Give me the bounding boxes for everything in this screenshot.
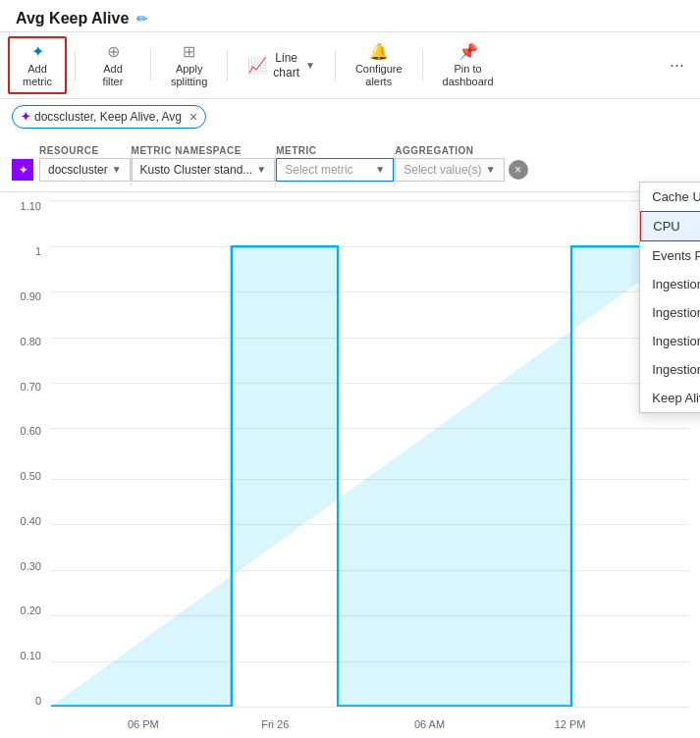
metric-label: METRIC: [276, 145, 394, 156]
metric-selector-row: ✦ RESOURCE docscluster ▼ METRIC NAMESPAC…: [0, 134, 700, 192]
row-close-button[interactable]: ×: [509, 160, 528, 180]
y-label-060: 0.60: [21, 425, 41, 437]
row-icon: ✦: [12, 159, 33, 181]
aggregation-placeholder: Select value(s): [404, 163, 481, 177]
y-label-070: 0.70: [21, 381, 41, 393]
namespace-selector[interactable]: Kusto Cluster stand... ▼: [132, 158, 276, 182]
page-header: Avg Keep Alive ✏: [0, 0, 700, 31]
toolbar-separator-2: [150, 50, 151, 81]
filter-tag-text: docscluster, Keep Alive, Avg: [34, 110, 182, 124]
y-label-080: 0.80: [21, 336, 41, 347]
line-chart-icon: 📈: [247, 56, 267, 75]
y-label-1: 1: [35, 245, 41, 257]
metric-selector-group: METRIC Select metric ▼ Cache Utilization…: [276, 145, 394, 182]
filter-tag-icon: ✦: [21, 110, 30, 124]
filter-tag: ✦ docscluster, Keep Alive, Avg ×: [12, 105, 206, 129]
agg-chevron: ▼: [486, 164, 496, 175]
apply-splitting-label: Applysplitting: [171, 63, 207, 88]
toolbar-separator-5: [422, 50, 423, 81]
dropdown-item-keep-alive[interactable]: Keep Alive: [640, 384, 700, 412]
resource-label: RESOURCE: [39, 145, 131, 156]
toolbar-separator-1: [75, 50, 76, 81]
x-axis: 06 PM Fri 26 06 AM 12 PM: [51, 707, 688, 730]
metric-selector[interactable]: Select metric ▼: [276, 158, 394, 182]
add-filter-icon: ⊕: [107, 42, 120, 61]
x-label-12pm: 12 PM: [555, 718, 586, 730]
dropdown-item-cache[interactable]: Cache Utilization: [640, 183, 700, 211]
add-metric-button[interactable]: ✦ Addmetric: [8, 36, 67, 94]
add-filter-button[interactable]: ⊕ Addfilter: [83, 36, 142, 94]
pin-label: Pin todashboard: [443, 63, 494, 88]
add-filter-label: Addfilter: [103, 63, 124, 88]
add-metric-label: Addmetric: [23, 63, 52, 88]
line-chart-label: Linechart: [273, 51, 299, 79]
y-axis: 1.10 1 0.90 0.80 0.70 0.60 0.50 0.40 0.3…: [8, 200, 47, 707]
line-chart-button[interactable]: 📈 Linechart ▼: [236, 43, 327, 87]
y-label-090: 0.90: [21, 290, 41, 302]
resource-selector[interactable]: docscluster ▼: [39, 158, 131, 182]
edit-icon[interactable]: ✏: [136, 11, 148, 26]
metric-dropdown: Cache Utilization CPU Events Processed (…: [639, 182, 700, 413]
chart-inner: 1.10 1 0.90 0.80 0.70 0.60 0.50 0.40 0.3…: [8, 200, 688, 730]
chart-area: 1.10 1 0.90 0.80 0.70 0.60 0.50 0.40 0.3…: [0, 192, 700, 738]
page-container: Avg Keep Alive ✏ ✦ Addmetric ⊕ Addfilter…: [0, 0, 700, 738]
chart-svg: [51, 200, 688, 707]
aggregation-label: AGGREGATION: [395, 145, 504, 156]
y-label-050: 0.50: [21, 470, 41, 482]
y-label-040: 0.40: [21, 515, 41, 527]
add-metric-icon: ✦: [31, 42, 44, 61]
y-label-010: 0.10: [21, 650, 41, 661]
y-label-020: 0.20: [21, 605, 41, 616]
namespace-selector-group: METRIC NAMESPACE Kusto Cluster stand... …: [132, 145, 276, 182]
y-label-0: 0: [35, 695, 41, 707]
page-title: Avg Keep Alive: [16, 10, 129, 27]
apply-splitting-icon: ⊞: [183, 42, 195, 61]
configure-alerts-label: Configurealerts: [355, 63, 403, 88]
dropdown-item-ingestion-volume[interactable]: Ingestion Volume (In MB): [640, 355, 700, 384]
x-label-06pm: 06 PM: [128, 718, 159, 730]
x-label-fri26: Fri 26: [261, 718, 289, 730]
filter-tag-close[interactable]: ×: [189, 109, 197, 125]
namespace-value: Kusto Cluster stand...: [140, 163, 253, 177]
namespace-chevron: ▼: [256, 164, 266, 175]
aggregation-selector[interactable]: Select value(s) ▼: [395, 158, 504, 182]
configure-alerts-icon: 🔔: [369, 42, 389, 61]
pin-to-dashboard-button[interactable]: 📌 Pin todashboard: [431, 36, 506, 94]
dropdown-item-cpu[interactable]: CPU: [640, 211, 700, 241]
dropdown-item-ingestion-utilization[interactable]: Ingestion Utilization: [640, 327, 700, 355]
toolbar-separator-4: [335, 50, 336, 81]
aggregation-selector-group: AGGREGATION Select value(s) ▼: [395, 145, 504, 182]
namespace-label: METRIC NAMESPACE: [132, 145, 276, 156]
more-button[interactable]: ···: [662, 51, 692, 79]
line-chart-chevron: ▼: [305, 60, 315, 71]
metric-chevron: ▼: [375, 164, 385, 175]
resource-chevron: ▼: [112, 164, 122, 175]
dropdown-item-ingestion-latency[interactable]: Ingestion Latency (In seconds): [640, 270, 700, 298]
y-label-110: 1.10: [21, 200, 41, 212]
dropdown-item-events[interactable]: Events Processed (for Event Hubs): [640, 241, 700, 270]
resource-value: docscluster: [48, 163, 108, 177]
pin-icon: 📌: [458, 42, 478, 61]
x-label-06am: 06 AM: [414, 718, 445, 730]
apply-splitting-button[interactable]: ⊞ Applysplitting: [159, 36, 219, 94]
metric-placeholder: Select metric: [285, 163, 371, 177]
configure-alerts-button[interactable]: 🔔 Configurealerts: [344, 36, 414, 94]
y-label-030: 0.30: [21, 560, 41, 572]
resource-selector-group: RESOURCE docscluster ▼: [39, 145, 131, 182]
dropdown-item-ingestion-result[interactable]: Ingestion Result: [640, 298, 700, 327]
chart-plot: [51, 200, 688, 707]
toolbar: ✦ Addmetric ⊕ Addfilter ⊞ Applysplitting…: [0, 31, 700, 99]
filter-bar: ✦ docscluster, Keep Alive, Avg ×: [0, 99, 700, 134]
toolbar-separator-3: [227, 50, 228, 81]
